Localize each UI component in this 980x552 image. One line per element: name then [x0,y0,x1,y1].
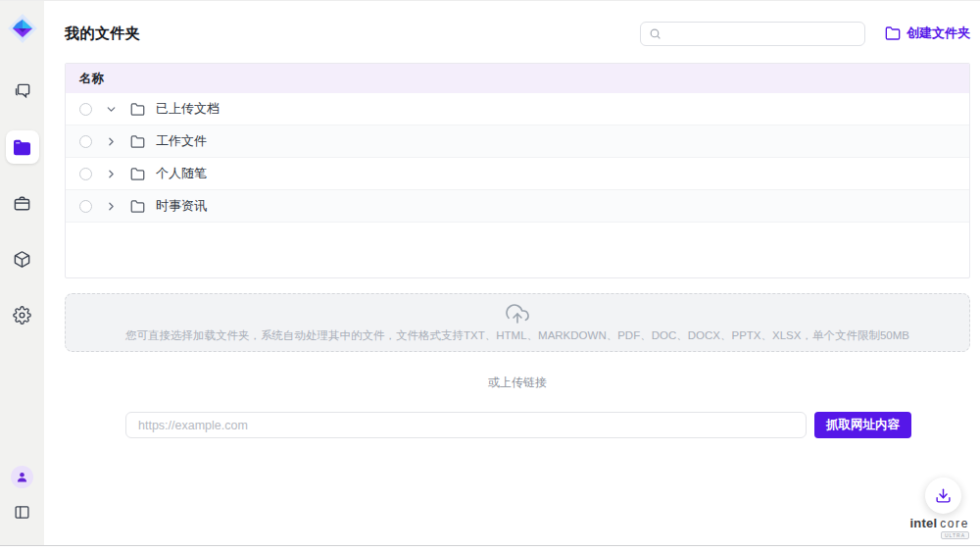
collapse-panel-icon [14,504,30,521]
folder-row[interactable]: 个人随笔 [66,158,969,190]
core-label: core [940,517,969,530]
folder-row[interactable]: 时事资讯 [66,190,969,223]
folder-name: 已上传文档 [156,100,220,118]
main-content: 我的文件夹 创建文件夹 名称 [44,1,980,545]
row-checkbox[interactable] [79,200,92,213]
chevron-right-icon[interactable] [105,200,118,213]
upload-cloud-icon [506,302,529,326]
cube-icon [13,250,31,269]
sidebar-item-chat[interactable] [6,75,39,108]
folder-table: 名称 已上传文档 工作文件 [65,63,970,278]
folder-plus-icon [885,25,901,41]
chevron-down-icon[interactable] [105,103,118,116]
chat-icon [13,82,31,101]
row-checkbox[interactable] [79,168,92,180]
intel-label: intel [910,516,938,530]
sidebar-nav [6,75,39,331]
sidebar-item-models[interactable] [6,242,39,276]
folder-row[interactable]: 工作文件 [66,125,969,158]
app-logo[interactable] [6,12,39,45]
or-upload-link-label: 或上传链接 [65,375,970,391]
page-title: 我的文件夹 [65,25,141,43]
folder-icon [130,134,145,149]
url-upload-row: 抓取网址内容 [125,412,911,438]
diamond-logo-icon [7,13,38,44]
download-icon [935,487,952,504]
folder-row[interactable]: 已上传文档 [66,93,969,125]
briefcase-icon [13,194,31,213]
create-folder-label: 创建文件夹 [906,25,970,42]
collapse-sidebar-button[interactable] [11,500,34,524]
chevron-right-icon[interactable] [105,168,118,180]
topbar: 我的文件夹 创建文件夹 [65,21,970,46]
intel-core-logo: intel core ultra [910,516,969,539]
create-folder-button[interactable]: 创建文件夹 [885,25,970,42]
chevron-right-icon[interactable] [105,135,118,148]
table-header-row: 名称 [66,64,969,93]
folder-name: 时事资讯 [156,197,207,215]
row-checkbox[interactable] [79,135,92,148]
folder-name: 工作文件 [156,132,207,150]
gear-icon [13,306,31,325]
person-icon [16,471,28,483]
row-checkbox[interactable] [79,103,92,116]
sidebar-item-toolbox[interactable] [6,186,39,220]
folder-icon [130,102,145,117]
sidebar-bottom [11,466,34,524]
user-avatar[interactable] [11,466,33,488]
search-input[interactable] [667,26,857,40]
intel-ultra-badge: ultra [941,531,969,539]
sidebar-item-folders[interactable] [6,130,39,164]
url-input[interactable] [125,412,807,438]
upload-dropzone[interactable]: 您可直接选择加载文件夹，系统自动处理其中的文件，文件格式支持TXT、HTML、M… [65,293,970,352]
search-icon [649,27,662,40]
folder-icon [130,167,145,181]
upload-hint: 您可直接选择加载文件夹，系统自动处理其中的文件，文件格式支持TXT、HTML、M… [125,328,909,343]
search-box[interactable] [640,22,865,46]
folder-name: 个人随笔 [156,165,207,182]
folder-icon [13,138,31,157]
sidebar-item-settings[interactable] [6,298,39,331]
intel-core-wordmark: intel core [910,516,969,530]
sidebar [0,1,44,545]
download-fab-button[interactable] [925,477,961,514]
app-window: 我的文件夹 创建文件夹 名称 [0,0,980,546]
folder-icon [130,199,145,214]
fetch-url-button[interactable]: 抓取网址内容 [814,412,911,438]
column-header-name: 名称 [79,71,104,87]
